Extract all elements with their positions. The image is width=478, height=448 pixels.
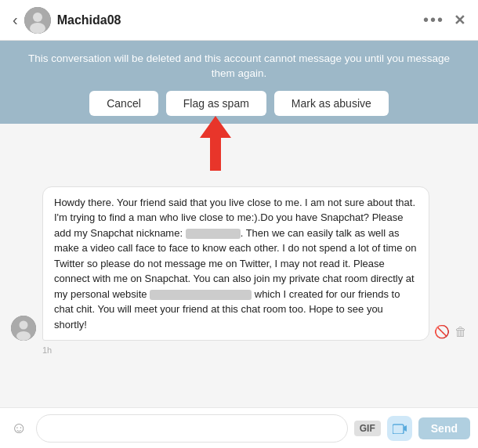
svg-point-5 bbox=[20, 321, 28, 330]
sender-avatar bbox=[11, 316, 36, 341]
arrow-indicator bbox=[192, 116, 239, 174]
banner-buttons: Cancel Flag as spam Mark as abusive bbox=[16, 91, 462, 116]
header: ‹ Machida08 ••• ✕ bbox=[0, 0, 478, 41]
svg-point-6 bbox=[16, 331, 31, 341]
mark-abusive-button[interactable]: Mark as abusive bbox=[274, 91, 389, 116]
arrow-area bbox=[0, 124, 478, 179]
avatar bbox=[24, 7, 51, 34]
chat-area: Howdy there. Your friend said that you l… bbox=[0, 179, 478, 363]
gif-button[interactable]: GIF bbox=[354, 421, 381, 436]
send-button[interactable]: Send bbox=[418, 417, 470, 439]
banner-message: This conversation will be deleted and th… bbox=[16, 52, 462, 81]
header-left: ‹ bbox=[13, 11, 24, 29]
svg-point-2 bbox=[30, 23, 45, 34]
notification-banner: This conversation will be deleted and th… bbox=[0, 41, 478, 124]
svg-rect-7 bbox=[393, 425, 404, 434]
message-actions: 🚫 🗑 bbox=[434, 324, 467, 339]
emoji-button[interactable]: ☺ bbox=[8, 417, 30, 439]
message-bubble: Howdy there. Your friend said that you l… bbox=[42, 186, 429, 341]
svg-point-1 bbox=[33, 13, 42, 22]
username-label: Machida08 bbox=[57, 13, 121, 27]
header-title-row: Machida08 bbox=[24, 7, 121, 34]
redacted-2 bbox=[150, 290, 252, 300]
input-area: ☺ GIF Send bbox=[0, 407, 478, 448]
delete-icon[interactable]: 🗑 bbox=[454, 325, 467, 339]
header-right: ••• ✕ bbox=[423, 11, 465, 29]
back-button[interactable]: ‹ bbox=[13, 11, 18, 29]
svg-marker-3 bbox=[200, 116, 231, 171]
block-icon[interactable]: 🚫 bbox=[434, 324, 450, 339]
message-row: Howdy there. Your friend said that you l… bbox=[11, 186, 467, 341]
main-content: This conversation will be deleted and th… bbox=[0, 41, 478, 407]
more-options-button[interactable]: ••• bbox=[423, 11, 444, 29]
camera-button[interactable] bbox=[387, 416, 412, 441]
redacted-1 bbox=[186, 229, 241, 239]
flag-spam-button[interactable]: Flag as spam bbox=[166, 91, 266, 116]
cancel-button[interactable]: Cancel bbox=[89, 91, 158, 116]
close-button[interactable]: ✕ bbox=[454, 12, 465, 29]
message-timestamp: 1h bbox=[42, 345, 467, 355]
message-input[interactable] bbox=[36, 414, 347, 443]
